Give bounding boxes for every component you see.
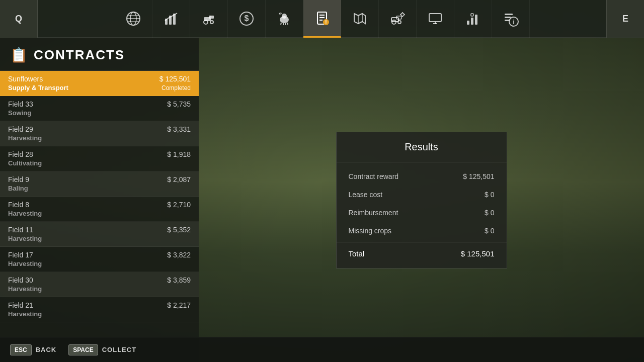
nav-item-finances[interactable] — [152, 0, 190, 38]
contracts-list[interactable]: Sunflowers $ 125,501 Supply & Transport … — [0, 71, 199, 362]
contract-type: Sowing — [8, 109, 31, 117]
svg-rect-44 — [467, 21, 469, 25]
nav-bar: $ ! i — [115, 0, 530, 38]
space-key-badge: SPACE — [68, 344, 98, 355]
contract-name: Field 28 — [8, 150, 33, 158]
svg-point-36 — [401, 13, 404, 16]
results-row-reimbursement: Reimbursement $ 0 — [337, 204, 507, 222]
nav-item-contracts[interactable]: ! — [303, 0, 341, 38]
contract-name: Field 33 — [8, 100, 33, 108]
svg-marker-29 — [354, 14, 365, 24]
svg-line-22 — [287, 23, 288, 25]
nav-item-vehicles[interactable] — [190, 0, 228, 38]
results-missing-crops-value: $ 0 — [485, 227, 494, 235]
svg-text:i: i — [513, 18, 515, 26]
svg-point-11 — [210, 21, 213, 24]
contract-item-field11[interactable]: Field 11 $ 5,352 Harvesting — [0, 222, 199, 247]
contracts-header-icon: 📋 — [10, 47, 28, 63]
results-row-missing-crops: Missing crops $ 0 — [337, 222, 507, 240]
panel-header: 📋 CONTRACTS — [0, 38, 199, 71]
svg-rect-51 — [505, 17, 511, 18]
nav-item-map[interactable] — [115, 0, 152, 38]
contract-type: Harvesting — [8, 134, 42, 142]
contract-type: Harvesting — [8, 210, 42, 217]
contract-name: Field 21 — [8, 301, 33, 309]
contract-reward: $ 1,918 — [167, 150, 191, 158]
results-reimbursement-value: $ 0 — [485, 209, 494, 217]
nav-item-tractor2[interactable] — [379, 0, 417, 38]
svg-rect-46 — [475, 15, 477, 25]
nav-item-animals[interactable] — [266, 0, 303, 38]
results-row-total: Total $ 125,501 — [337, 242, 507, 263]
contract-type: Harvesting — [8, 260, 42, 267]
e-icon: E — [622, 14, 628, 24]
collect-label: COLLECT — [102, 346, 136, 353]
svg-rect-47 — [471, 14, 473, 16]
contract-item-field30[interactable]: Field 30 $ 3,859 Harvesting — [0, 272, 199, 297]
contract-reward: $ 2,087 — [167, 175, 191, 184]
q-icon: Q — [15, 14, 22, 24]
contract-item-field9[interactable]: Field 9 $ 2,087 Baling — [0, 171, 199, 197]
contract-type: Harvesting — [8, 235, 42, 242]
contract-reward: $ 2,217 — [167, 301, 191, 309]
svg-rect-45 — [471, 18, 473, 25]
panel-title: CONTRACTS — [34, 47, 125, 63]
nav-item-missions[interactable] — [341, 0, 379, 38]
q-key-button[interactable]: Q — [0, 0, 38, 38]
svg-line-17 — [279, 13, 280, 15]
contract-reward: $ 3,822 — [167, 251, 191, 259]
results-lease-label: Lease cost — [349, 191, 383, 199]
results-title: Results — [337, 132, 507, 162]
bottombar: ESC BACK SPACE COLLECT — [0, 337, 644, 362]
contract-reward: $ 5,352 — [167, 226, 191, 234]
contract-type: Harvesting — [8, 310, 42, 318]
contract-name: Field 8 — [8, 201, 29, 209]
svg-rect-52 — [505, 20, 510, 21]
contract-item-field33[interactable]: Field 33 $ 5,735 Sowing — [0, 96, 199, 121]
svg-point-35 — [398, 21, 401, 24]
results-reimbursement-label: Reimbursement — [349, 209, 398, 217]
collect-hint: SPACE COLLECT — [68, 344, 136, 355]
topbar: Q $ ! — [0, 0, 644, 38]
svg-line-18 — [281, 13, 281, 14]
contract-name: Field 29 — [8, 125, 33, 133]
contract-status: Completed — [162, 84, 191, 92]
contract-item-field17[interactable]: Field 17 $ 3,822 Harvesting — [0, 247, 199, 272]
contract-reward: $ 3,859 — [167, 276, 191, 284]
results-lease-value: $ 0 — [485, 191, 494, 199]
results-reward-value: $ 125,501 — [463, 172, 494, 180]
svg-text:!: ! — [325, 20, 327, 25]
e-key-button[interactable]: E — [606, 0, 644, 38]
nav-item-stats[interactable] — [454, 0, 492, 38]
results-row-reward: Contract reward $ 125,501 — [337, 167, 507, 186]
svg-rect-9 — [209, 16, 214, 19]
nav-item-economy[interactable]: $ — [228, 0, 266, 38]
contract-reward: $ 5,735 — [167, 100, 191, 108]
contract-reward: $ 125,501 — [159, 75, 191, 83]
back-label: BACK — [36, 346, 57, 353]
contract-name: Field 30 — [8, 276, 33, 284]
svg-point-16 — [282, 14, 287, 19]
contract-name: Field 17 — [8, 251, 33, 259]
results-row-lease: Lease cost $ 0 — [337, 186, 507, 204]
back-hint: ESC BACK — [10, 344, 56, 355]
contract-name: Field 11 — [8, 226, 33, 234]
contract-type: Harvesting — [8, 285, 42, 293]
results-total-label: Total — [349, 249, 365, 258]
contract-type: Baling — [8, 185, 28, 192]
contract-item-field8[interactable]: Field 8 $ 2,710 Harvesting — [0, 197, 199, 222]
contract-item-field21[interactable]: Field 21 $ 2,217 Harvesting — [0, 297, 199, 322]
esc-key-badge: ESC — [10, 344, 32, 355]
nav-item-info[interactable]: i — [492, 0, 530, 38]
results-dialog: Results Contract reward $ 125,501 Lease … — [336, 132, 507, 268]
contract-item-field28[interactable]: Field 28 $ 1,918 Cultivating — [0, 146, 199, 171]
nav-item-monitor[interactable] — [417, 0, 454, 38]
left-panel: 📋 CONTRACTS Sunflowers $ 125,501 Supply … — [0, 38, 199, 362]
contract-type: Cultivating — [8, 159, 42, 167]
contract-name: Field 9 — [8, 175, 29, 184]
contract-type: Supply & Transport — [8, 84, 68, 92]
contract-reward: $ 3,331 — [167, 125, 191, 133]
contract-item-field29[interactable]: Field 29 $ 3,331 Harvesting — [0, 121, 199, 146]
contract-item-sunflowers[interactable]: Sunflowers $ 125,501 Supply & Transport … — [0, 71, 199, 96]
contract-name: Sunflowers — [8, 75, 43, 83]
